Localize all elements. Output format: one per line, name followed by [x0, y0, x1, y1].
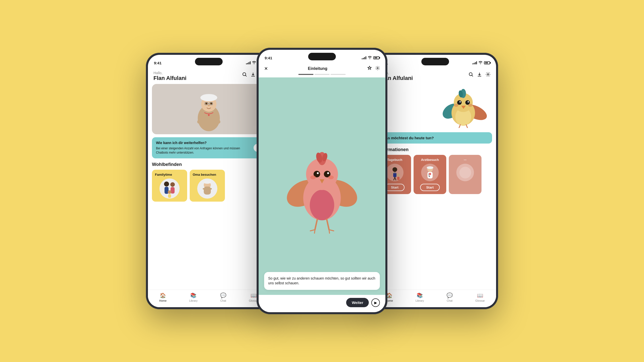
svg-point-49	[487, 74, 489, 75]
nav-glossar-right[interactable]: 📖 Glossar	[475, 292, 485, 302]
signal-r-3	[475, 62, 476, 64]
tagebuch-start-button[interactable]: Start	[385, 184, 405, 191]
svg-rect-78	[429, 173, 431, 174]
signal-r-2	[474, 63, 474, 64]
library-icon-left: 📚	[190, 292, 196, 298]
svg-point-79	[459, 167, 471, 178]
hero-right	[378, 84, 492, 129]
svg-point-5	[200, 94, 217, 101]
phone-center-screen: 9:41	[259, 50, 385, 312]
bird-stage: So gut, wie wir zu anderen schauen möcht…	[259, 77, 385, 295]
svg-rect-72	[397, 177, 399, 180]
download-icon-right[interactable]	[477, 72, 482, 78]
close-button[interactable]: ✕	[264, 66, 268, 71]
phone-right: 9:41	[372, 53, 498, 309]
svg-rect-25	[209, 188, 212, 190]
nav-chat-right[interactable]: 💬 Chat	[447, 292, 453, 302]
svg-line-70	[391, 173, 392, 175]
signal-c-1	[362, 58, 363, 59]
phone-left: 9:41	[146, 53, 272, 309]
svg-line-42	[327, 219, 329, 230]
download-icon-left[interactable]	[251, 72, 256, 78]
search-icon-left[interactable]	[242, 72, 247, 78]
bubble-bottom-row: Weiter ▶	[259, 295, 385, 312]
svg-point-59	[459, 101, 461, 102]
info-card-title: Wie kann ich dir weiterhelfen?	[156, 141, 251, 145]
nav-home-left[interactable]: 🏠 Home	[159, 292, 167, 302]
signal-bar-2	[247, 63, 248, 64]
progress-dots	[259, 74, 385, 75]
info-section-title: Informationen	[374, 147, 496, 155]
svg-point-30	[310, 190, 334, 220]
action-card-right[interactable]: Was möchtest du heute tun?	[378, 132, 492, 144]
arztbesuch-title: Arztbesuch	[421, 158, 439, 162]
header-icons-right	[468, 72, 491, 78]
settings-icon-center[interactable]	[375, 66, 380, 71]
svg-point-40	[328, 175, 334, 179]
chat-icon-right: 💬	[447, 292, 453, 298]
glossar-icon-left: 📖	[251, 292, 257, 298]
info-card-body: Bei einer steigenden Anzahl von Anfragen…	[156, 146, 251, 155]
settings-icon-right[interactable]	[486, 72, 491, 78]
svg-line-46	[329, 230, 330, 233]
search-icon-right[interactable]	[468, 72, 473, 78]
info-card-third[interactable]: ···	[449, 155, 481, 194]
phone-center: 9:41	[257, 48, 387, 314]
phones-container: 9:41	[0, 0, 644, 362]
pin-icon[interactable]	[367, 66, 372, 71]
svg-point-76	[428, 175, 430, 177]
status-icons-center	[362, 56, 379, 60]
svg-point-11	[208, 105, 210, 106]
prog-dot-1	[298, 74, 313, 75]
wellness-card-oma[interactable]: Oma besuchen	[190, 170, 225, 202]
signal-c-3	[364, 57, 365, 59]
greeting-left: Hallo,	[153, 71, 186, 75]
prog-dot-3	[331, 74, 346, 75]
info-card-left[interactable]: Wie kann ich dir weiterhelfen? Bei einer…	[152, 137, 266, 158]
wifi-icon-center	[368, 56, 372, 60]
name-left: Flan Alfulani	[153, 75, 186, 81]
info-cards-row: Tagebuch	[374, 155, 496, 194]
battery-icon-center	[373, 56, 379, 59]
svg-point-37	[317, 172, 318, 174]
action-card-text: Was möchtest du heute tun?	[382, 136, 488, 140]
svg-line-69	[395, 177, 396, 180]
screen1-header: Hallo, Flan Alfulani	[148, 67, 270, 84]
svg-point-6	[205, 103, 207, 105]
svg-point-62	[468, 104, 472, 107]
nav-library-left[interactable]: 📚 Library	[189, 292, 198, 302]
status-icons-right	[472, 61, 490, 65]
screen2: 9:41	[259, 50, 385, 312]
svg-line-41	[315, 219, 317, 230]
svg-point-0	[243, 73, 246, 76]
svg-point-57	[457, 100, 462, 105]
svg-point-65	[392, 167, 397, 172]
chat-icon-left: 💬	[220, 292, 226, 298]
screen2-actions	[367, 66, 380, 71]
wellness-card-family[interactable]: Familytime	[152, 170, 187, 202]
weiter-button[interactable]: Weiter	[346, 298, 369, 307]
svg-line-44	[314, 230, 315, 233]
familytime-label: Familytime	[155, 173, 184, 176]
nav-chat-left[interactable]: 💬 Chat	[220, 292, 226, 302]
oma-img	[197, 178, 217, 199]
speech-text: So gut, wie wir zu anderen schauen möcht…	[268, 276, 375, 285]
nav-library-label-left: Library	[189, 299, 198, 302]
svg-rect-23	[204, 187, 211, 195]
nav-glossar-label-right: Glossar	[475, 299, 485, 302]
nav-chat-label-right: Chat	[447, 299, 453, 302]
third-card-img	[456, 164, 474, 181]
svg-point-15	[164, 182, 169, 187]
screen1: 9:41	[148, 55, 270, 307]
play-icon[interactable]: ▶	[371, 298, 380, 307]
signal-bars-right	[472, 61, 477, 64]
signal-r-1	[472, 63, 473, 64]
info-card-arztbesuch[interactable]: Arztbesuch	[414, 155, 446, 194]
phone-right-screen: 9:41	[374, 55, 496, 307]
svg-point-7	[210, 103, 212, 105]
svg-point-22	[203, 180, 211, 184]
speech-bubble: So gut, wie wir zu anderen schauen möcht…	[264, 272, 380, 290]
arztbesuch-start-button[interactable]: Start	[420, 184, 440, 191]
nav-library-right[interactable]: 📚 Library	[416, 292, 424, 302]
signal-bar-4	[250, 61, 251, 64]
